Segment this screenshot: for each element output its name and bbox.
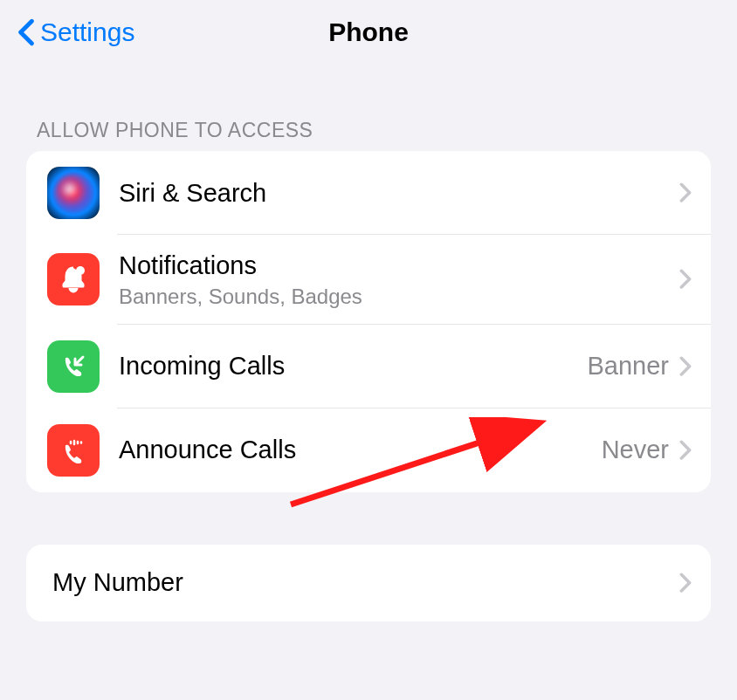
section-header-access: ALLOW PHONE TO ACCESS: [0, 68, 737, 151]
announce-calls-icon: [47, 424, 100, 477]
row-value: Banner: [587, 352, 669, 381]
row-label: Incoming Calls: [119, 351, 587, 381]
row-label: Notifications: [119, 250, 679, 281]
incoming-calls-row[interactable]: Incoming Calls Banner: [26, 325, 711, 408]
settings-group-access: Siri & Search Notifications Banners, Sou…: [26, 151, 711, 492]
chevron-right-icon: [679, 269, 692, 290]
back-button[interactable]: Settings: [17, 17, 134, 47]
chevron-right-icon: [679, 182, 692, 203]
siri-search-row[interactable]: Siri & Search: [26, 151, 711, 235]
row-text: Incoming Calls: [119, 351, 587, 381]
row-label: Siri & Search: [119, 178, 679, 209]
my-number-row[interactable]: My Number: [26, 545, 711, 621]
announce-calls-row[interactable]: Announce Calls Never: [26, 408, 711, 492]
row-text: Siri & Search: [119, 178, 679, 209]
chevron-right-icon: [679, 573, 692, 594]
chevron-right-icon: [679, 356, 692, 377]
row-text: Announce Calls: [119, 435, 602, 465]
notifications-row[interactable]: Notifications Banners, Sounds, Badges: [26, 235, 711, 325]
notifications-icon: [47, 253, 100, 305]
row-text: Notifications Banners, Sounds, Badges: [119, 250, 679, 309]
settings-group-number: My Number: [26, 545, 711, 621]
incoming-calls-icon: [47, 340, 100, 393]
row-label: My Number: [52, 567, 679, 598]
back-label: Settings: [40, 17, 134, 47]
navigation-bar: Settings Phone: [0, 0, 737, 68]
row-label: Announce Calls: [119, 435, 602, 465]
siri-icon: [47, 167, 100, 219]
chevron-left-icon: [17, 18, 35, 46]
row-value: Never: [602, 436, 669, 464]
page-title: Phone: [328, 17, 409, 47]
row-text: My Number: [52, 567, 679, 598]
row-sublabel: Banners, Sounds, Badges: [119, 285, 679, 309]
chevron-right-icon: [679, 440, 692, 461]
